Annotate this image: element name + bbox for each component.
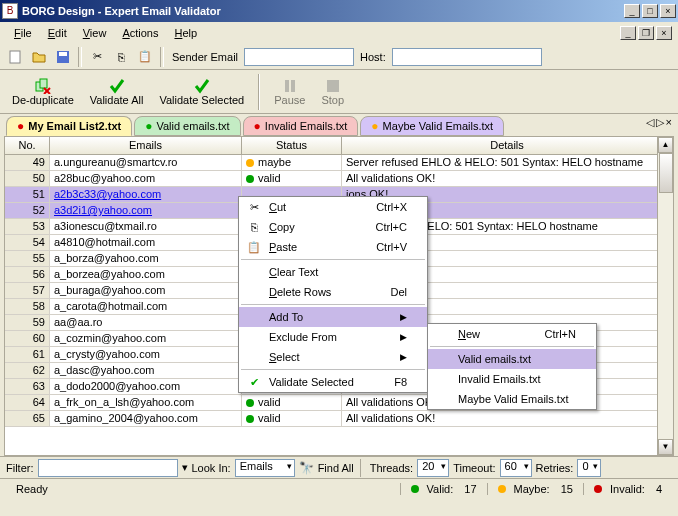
tab-prev-button[interactable]: ◁ (646, 116, 654, 129)
deduplicate-button[interactable]: De-duplicate (6, 76, 80, 108)
col-emails[interactable]: Emails (50, 137, 242, 154)
menu-view[interactable]: View (75, 25, 115, 41)
copy-button[interactable]: ⎘ (110, 46, 132, 68)
grid-header: No. Emails Status Details (5, 137, 673, 155)
status-bar: Ready Valid: 17 Maybe: 15 Invalid: 4 (0, 478, 678, 498)
menu-actions[interactable]: Actions (114, 25, 166, 41)
timeout-label: Timeout: (453, 462, 495, 474)
table-row[interactable]: 49a.ungureanu@smartcv.romaybeServer refu… (5, 155, 673, 171)
row-email: a_dasc@yahoo.com (50, 363, 242, 378)
timeout-combo[interactable]: 60 (500, 459, 532, 477)
retries-combo[interactable]: 0 (577, 459, 601, 477)
lookin-combo[interactable]: Emails (235, 459, 295, 477)
find-all-button[interactable]: Find All (318, 462, 354, 474)
filter-bar: Filter: ▾ Look In: Emails 🔭 Find All Thr… (0, 456, 678, 478)
row-number: 64 (5, 395, 50, 410)
row-number: 51 (5, 187, 50, 202)
ctx-cut[interactable]: ✂CutCtrl+X (239, 197, 427, 217)
mdi-restore-button[interactable]: ❐ (638, 26, 654, 40)
maybe-dot-icon (498, 485, 506, 493)
row-email: a3ionescu@txmail.ro (50, 219, 242, 234)
validate-selected-icon (194, 78, 210, 94)
action-bar: De-duplicate Validate All Validate Selec… (0, 70, 678, 114)
row-status: maybe (242, 155, 342, 170)
save-file-button[interactable] (52, 46, 74, 68)
host-input[interactable] (392, 48, 542, 66)
table-row[interactable]: 65a_gamino_2004@yahoo.comvalidAll valida… (5, 411, 673, 427)
window-title: BORG Design - Expert Email Validator (22, 5, 622, 17)
row-number: 54 (5, 235, 50, 250)
ctx-delete-rows[interactable]: Delete RowsDel (239, 282, 427, 302)
row-email: a_crysty@yahoo.com (50, 347, 242, 362)
tab-invalid-emails[interactable]: ●Invalid Emails.txt (243, 116, 359, 136)
scroll-down-button[interactable]: ▼ (658, 439, 673, 455)
pause-button[interactable]: Pause (268, 76, 311, 108)
mdi-close-button[interactable]: × (656, 26, 672, 40)
scroll-thumb[interactable] (659, 153, 673, 193)
menu-help[interactable]: Help (166, 25, 205, 41)
tab-close-button[interactable]: × (666, 116, 672, 129)
scroll-up-button[interactable]: ▲ (658, 137, 673, 153)
row-email: a4810@hotmail.com (50, 235, 242, 250)
ctx-addto-valid[interactable]: Valid emails.txt (428, 349, 596, 369)
mdi-minimize-button[interactable]: _ (620, 26, 636, 40)
row-email: a_cozmin@yahoo.com (50, 331, 242, 346)
status-ready: Ready (6, 483, 401, 495)
col-details[interactable]: Details (342, 137, 673, 154)
row-number: 62 (5, 363, 50, 378)
row-number: 49 (5, 155, 50, 170)
minimize-button[interactable]: _ (624, 4, 640, 18)
email-link[interactable]: a2b3c33@yahoo.com (54, 188, 161, 200)
menu-file[interactable]: File (6, 25, 40, 41)
paste-button[interactable]: 📋 (134, 46, 156, 68)
svg-rect-8 (291, 80, 295, 92)
col-status[interactable]: Status (242, 137, 342, 154)
row-email: a_dodo2000@yahoo.com (50, 379, 242, 394)
row-details: All validations OK! (342, 171, 673, 186)
tab-my-email-list[interactable]: ●My Email List2.txt (6, 116, 132, 136)
cut-button[interactable]: ✂ (86, 46, 108, 68)
ctx-clear-text[interactable]: Clear Text (239, 262, 427, 282)
new-file-button[interactable] (4, 46, 26, 68)
svg-rect-2 (59, 52, 67, 56)
ctx-exclude-from[interactable]: Exclude From▶ (239, 327, 427, 347)
status-invalid: Invalid: 4 (584, 483, 672, 495)
maximize-button[interactable]: □ (642, 4, 658, 18)
menu-edit[interactable]: Edit (40, 25, 75, 41)
ctx-addto-maybe[interactable]: Maybe Valid Emails.txt (428, 389, 596, 409)
ctx-addto-invalid[interactable]: Invalid Emails.txt (428, 369, 596, 389)
submenu-arrow-icon: ▶ (400, 312, 407, 322)
ctx-validate-selected[interactable]: ✔Validate SelectedF8 (239, 372, 427, 392)
ctx-addto-new[interactable]: NewCtrl+N (428, 324, 596, 344)
row-number: 56 (5, 267, 50, 282)
valid-dot-icon (411, 485, 419, 493)
col-no[interactable]: No. (5, 137, 50, 154)
vertical-scrollbar[interactable]: ▲ ▼ (657, 137, 673, 455)
tab-valid-emails[interactable]: ●Valid emails.txt (134, 116, 240, 136)
row-email: a28buc@yahoo.com (50, 171, 242, 186)
stop-button[interactable]: Stop (315, 76, 350, 108)
open-file-button[interactable] (28, 46, 50, 68)
filter-dropdown-button[interactable]: ▾ (182, 461, 188, 474)
threads-combo[interactable]: 20 (417, 459, 449, 477)
context-submenu-addto: NewCtrl+N Valid emails.txt Invalid Email… (427, 323, 597, 410)
table-row[interactable]: 50a28buc@yahoo.comvalidAll validations O… (5, 171, 673, 187)
validate-selected-button[interactable]: Validate Selected (153, 76, 250, 108)
ctx-select[interactable]: Select▶ (239, 347, 427, 367)
email-link[interactable]: a3d2i1@yahoo.com (54, 204, 152, 216)
toolbar: ✂ ⎘ 📋 Sender Email Host: (0, 44, 678, 70)
cut-icon: ✂ (243, 201, 265, 214)
close-button[interactable]: × (660, 4, 676, 18)
filter-input[interactable] (38, 459, 178, 477)
sender-email-input[interactable] (244, 48, 354, 66)
valid-dot-icon (246, 415, 254, 423)
ctx-copy[interactable]: ⎘CopyCtrl+C (239, 217, 427, 237)
tab-maybe-valid-emails[interactable]: ●Maybe Valid Emails.txt (360, 116, 504, 136)
ctx-paste[interactable]: 📋PasteCtrl+V (239, 237, 427, 257)
row-email: a_gamino_2004@yahoo.com (50, 411, 242, 426)
row-number: 55 (5, 251, 50, 266)
ctx-add-to[interactable]: Add To▶ (239, 307, 427, 327)
submenu-arrow-icon: ▶ (400, 352, 407, 362)
tab-next-button[interactable]: ▷ (656, 116, 664, 129)
validate-all-button[interactable]: Validate All (84, 76, 150, 108)
